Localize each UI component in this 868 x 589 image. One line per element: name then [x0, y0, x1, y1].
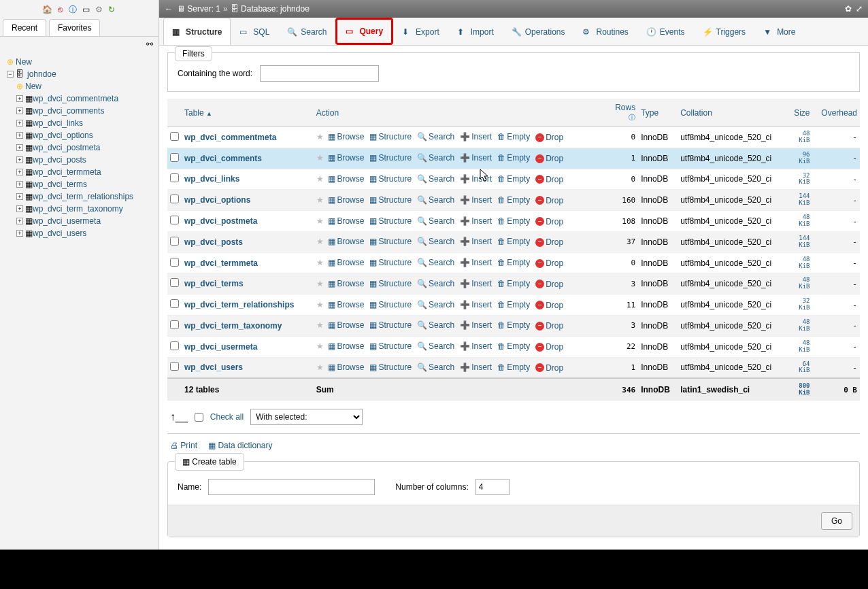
structure-link[interactable]: ▦ Structure	[369, 153, 412, 163]
drop-link[interactable]: − Drop	[535, 175, 563, 184]
browse-link[interactable]: ▦ Browse	[328, 216, 364, 226]
tree-new[interactable]: ⊕New	[7, 56, 154, 68]
tree-table-item[interactable]: +▦ wp_dvci_term_relationships	[7, 190, 154, 203]
browse-link[interactable]: ▦ Browse	[328, 341, 364, 351]
drop-link[interactable]: − Drop	[535, 321, 563, 331]
back-icon[interactable]: ←	[165, 4, 173, 14]
search-link[interactable]: 🔍 Search	[417, 153, 454, 163]
expand-icon[interactable]: +	[16, 218, 23, 224]
favorite-icon[interactable]: ★	[316, 153, 324, 163]
tab-recent[interactable]: Recent	[3, 19, 46, 36]
row-checkbox[interactable]	[170, 173, 179, 182]
drop-link[interactable]: − Drop	[535, 154, 563, 163]
logout-icon[interactable]: ⎋	[54, 4, 65, 15]
browse-link[interactable]: ▦ Browse	[328, 320, 364, 330]
search-link[interactable]: 🔍 Search	[417, 258, 454, 267]
favorite-icon[interactable]: ★	[316, 174, 324, 184]
drop-link[interactable]: − Drop	[535, 363, 563, 373]
empty-link[interactable]: 🗑 Empty	[497, 363, 530, 372]
tab-routines[interactable]: ⚙Routines	[573, 18, 637, 45]
insert-link[interactable]: ➕ Insert	[460, 341, 492, 351]
table-name-link[interactable]: wp_dvci_terms	[184, 279, 244, 288]
reload-icon[interactable]: ↻	[106, 4, 117, 15]
check-all-link[interactable]: Check all	[210, 412, 244, 422]
expand-icon[interactable]: +	[16, 107, 23, 114]
structure-link[interactable]: ▦ Structure	[369, 300, 412, 309]
structure-link[interactable]: ▦ Structure	[369, 341, 412, 351]
tab-events[interactable]: 🕐Events	[637, 18, 694, 45]
row-checkbox[interactable]	[170, 278, 179, 287]
page-settings-icon[interactable]: ✿	[845, 4, 852, 14]
browse-link[interactable]: ▦ Browse	[328, 258, 364, 267]
empty-link[interactable]: 🗑 Empty	[497, 195, 530, 205]
tree-table-item[interactable]: +▦ wp_dvci_termmeta	[7, 166, 154, 178]
drop-link[interactable]: − Drop	[535, 133, 563, 142]
table-name-link[interactable]: wp_dvci_comments	[184, 154, 262, 163]
drop-link[interactable]: − Drop	[535, 280, 563, 289]
tab-export[interactable]: ⬇Export	[393, 18, 448, 45]
drop-link[interactable]: − Drop	[535, 301, 563, 310]
tree-table-item[interactable]: +▦ wp_dvci_users	[7, 227, 154, 239]
tab-operations[interactable]: 🔧Operations	[503, 18, 574, 45]
favorite-icon[interactable]: ★	[316, 195, 324, 205]
tree-table-item[interactable]: +▦ wp_dvci_commentmeta	[7, 92, 154, 105]
empty-link[interactable]: 🗑 Empty	[497, 216, 530, 226]
tree-table-item[interactable]: +▦ wp_dvci_comments	[7, 105, 154, 117]
table-name-link[interactable]: wp_dvci_term_relationships	[184, 300, 294, 309]
table-name-link[interactable]: wp_dvci_users	[184, 363, 243, 372]
search-link[interactable]: 🔍 Search	[417, 341, 454, 351]
row-checkbox[interactable]	[170, 258, 179, 267]
insert-link[interactable]: ➕ Insert	[460, 237, 492, 246]
tab-triggers[interactable]: ⚡Triggers	[694, 18, 755, 45]
expand-icon[interactable]: +	[16, 193, 23, 200]
expand-icon[interactable]: +	[16, 95, 23, 102]
structure-link[interactable]: ▦ Structure	[369, 216, 412, 226]
row-checkbox[interactable]	[170, 216, 179, 224]
tree-table-item[interactable]: +▦ wp_dvci_postmeta	[7, 141, 154, 154]
tab-more[interactable]: ▼More	[754, 18, 804, 45]
browse-link[interactable]: ▦ Browse	[328, 363, 364, 372]
tree-table-item[interactable]: +▦ wp_dvci_posts	[7, 154, 154, 166]
search-link[interactable]: 🔍 Search	[417, 279, 454, 288]
empty-link[interactable]: 🗑 Empty	[497, 320, 530, 330]
tree-table-item[interactable]: +▦ wp_dvci_usermeta	[7, 215, 154, 227]
collapse-icon[interactable]: −	[7, 71, 14, 78]
create-name-input[interactable]	[208, 479, 375, 495]
insert-link[interactable]: ➕ Insert	[460, 279, 492, 288]
drop-link[interactable]: − Drop	[535, 342, 563, 352]
table-name-link[interactable]: wp_dvci_links	[184, 174, 239, 184]
table-name-link[interactable]: wp_dvci_commentmeta	[184, 133, 276, 142]
favorite-icon[interactable]: ★	[316, 320, 324, 330]
tab-sql[interactable]: ▭SQL	[231, 18, 278, 45]
empty-link[interactable]: 🗑 Empty	[497, 258, 530, 267]
with-selected-dropdown[interactable]: With selected:	[250, 409, 363, 425]
search-link[interactable]: 🔍 Search	[417, 132, 454, 141]
favorite-icon[interactable]: ★	[316, 341, 324, 351]
drop-link[interactable]: − Drop	[535, 237, 563, 247]
tree-table-item[interactable]: +▦ wp_dvci_terms	[7, 178, 154, 190]
empty-link[interactable]: 🗑 Empty	[497, 132, 530, 141]
favorite-icon[interactable]: ★	[316, 237, 324, 246]
empty-link[interactable]: 🗑 Empty	[497, 153, 530, 163]
structure-link[interactable]: ▦ Structure	[369, 132, 412, 141]
insert-link[interactable]: ➕ Insert	[460, 258, 492, 267]
breadcrumb-server[interactable]: Server: 1	[187, 4, 220, 14]
row-checkbox[interactable]	[170, 299, 179, 308]
insert-link[interactable]: ➕ Insert	[460, 195, 492, 205]
empty-link[interactable]: 🗑 Empty	[497, 341, 530, 351]
table-name-link[interactable]: wp_dvci_postmeta	[184, 216, 257, 226]
check-all-checkbox[interactable]	[195, 413, 203, 422]
tab-query[interactable]: ▭Query	[335, 18, 393, 45]
structure-link[interactable]: ▦ Structure	[369, 279, 412, 288]
go-button[interactable]: Go	[821, 512, 852, 530]
browse-link[interactable]: ▦ Browse	[328, 174, 364, 184]
table-name-link[interactable]: wp_dvci_term_taxonomy	[184, 321, 282, 331]
expand-icon[interactable]: +	[16, 156, 23, 163]
browse-link[interactable]: ▦ Browse	[328, 279, 364, 288]
tree-table-item[interactable]: +▦ wp_dvci_options	[7, 129, 154, 141]
settings-icon[interactable]: ⚙	[93, 4, 104, 15]
expand-icon[interactable]: +	[16, 181, 23, 188]
data-dictionary-link[interactable]: ▦ Data dictionary	[208, 441, 272, 450]
insert-link[interactable]: ➕ Insert	[460, 320, 492, 330]
col-overhead[interactable]: Overhead	[813, 99, 860, 127]
